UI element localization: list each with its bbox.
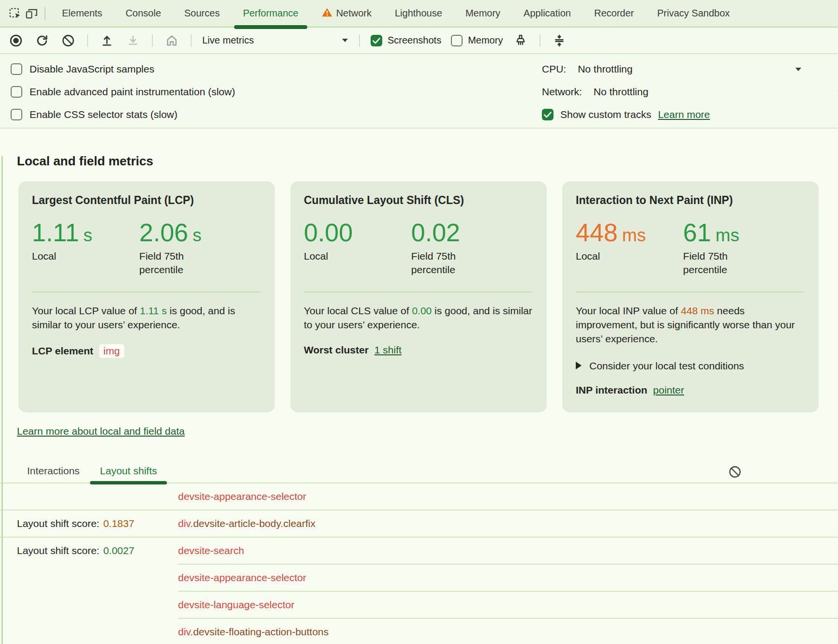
tab-layout-shifts[interactable]: Layout shifts [90, 459, 167, 483]
inp-interaction-link[interactable]: pointer [653, 384, 684, 396]
live-metrics-select[interactable]: Live metrics [202, 35, 348, 46]
clear-icon[interactable] [60, 32, 76, 49]
tab-lighthouse[interactable]: Lighthouse [383, 0, 454, 27]
metric-card-lcp: Largest Contentful Paint (LCP) 1.11s Loc… [18, 181, 275, 412]
checkbox-checked-icon [371, 35, 382, 46]
divider [576, 292, 804, 293]
node-link[interactable]: devsite-language-selector [178, 599, 294, 611]
local-label: Local [304, 249, 376, 263]
screenshots-label: Screenshots [388, 35, 441, 46]
memory-checkbox[interactable]: Memory [451, 35, 503, 46]
screenshots-checkbox[interactable]: Screenshots [371, 35, 441, 46]
brush-icon[interactable] [512, 32, 529, 49]
reload-icon[interactable] [34, 32, 50, 49]
tab-elements[interactable]: Elements [50, 0, 114, 27]
shift-row: div.devsite-floating-action-buttons [0, 619, 838, 644]
shift-score-value: 0.1837 [103, 518, 134, 529]
checkbox-unchecked-icon [11, 63, 22, 75]
local-test-conditions-disclosure[interactable]: Consider your local test conditions [576, 360, 804, 372]
main-tab-bar: Elements Console Sources Performance Net… [0, 0, 838, 28]
log-tabstrip: Interactions Layout shifts [0, 459, 838, 483]
panel-edge-line [1, 156, 3, 644]
upload-icon[interactable] [99, 32, 115, 49]
shift-score-label: Layout shift score: [17, 518, 99, 529]
chevron-down-icon [342, 38, 348, 43]
chevron-down-icon [795, 67, 802, 72]
show-custom-tracks-label: Show custom tracks [560, 109, 651, 120]
memory-label: Memory [468, 35, 503, 46]
checkbox-unchecked-icon [11, 109, 22, 120]
cpu-value: No throttling [578, 63, 632, 75]
tab-sources[interactable]: Sources [173, 0, 231, 27]
tab-recorder[interactable]: Recorder [583, 0, 645, 27]
live-metrics-label: Live metrics [202, 35, 254, 46]
divider [152, 34, 153, 47]
show-custom-tracks-row: Show custom tracks Learn more [542, 104, 838, 125]
node-link[interactable]: devsite-appearance-selector [178, 491, 306, 502]
live-metrics-view: Local and field metrics Largest Contentf… [0, 129, 838, 644]
lcp-field-value: 2.06s [139, 220, 247, 246]
learn-more-link[interactable]: Learn more [658, 109, 710, 120]
lcp-local-value: 1.11s [32, 220, 139, 246]
worst-cluster-label: Worst cluster [304, 344, 369, 356]
divider [191, 34, 192, 47]
checkbox-unchecked-icon [11, 86, 22, 98]
network-throttling-select[interactable]: Network: No throttling [542, 82, 838, 102]
metric-card-cls: Cumulative Layout Shift (CLS) 0.00 Local… [290, 181, 547, 412]
divider [45, 7, 45, 20]
section-title: Local and field metrics [17, 154, 838, 169]
divider [304, 292, 532, 293]
capture-settings: Disable JavaScript samples Enable advanc… [0, 54, 838, 129]
card-title: Largest Contentful Paint (LCP) [32, 194, 260, 207]
node-link[interactable]: devsite-search [178, 545, 244, 556]
collapse-icon[interactable] [551, 32, 568, 49]
cpu-label: CPU: [542, 63, 566, 75]
record-icon[interactable] [8, 32, 24, 49]
cpu-throttling-select[interactable]: CPU: No throttling [542, 59, 838, 79]
inp-local-value: 448ms [576, 220, 683, 246]
shift-row: Layout shift score: 0.1837 div.devsite-a… [0, 511, 838, 537]
node-link[interactable]: div.devsite-floating-action-buttons [178, 626, 329, 638]
network-label: Network: [542, 86, 582, 98]
inspect-icon[interactable] [7, 5, 23, 22]
shift-row: devsite-appearance-selector [0, 483, 838, 510]
layout-shift-log: Interactions Layout shifts devsite-appea… [0, 459, 838, 644]
field-label: Field 75th percentile [139, 249, 212, 277]
performance-toolbar: Live metrics Screenshots Memory [0, 28, 838, 54]
divider [87, 34, 88, 47]
tab-performance[interactable]: Performance [231, 0, 310, 27]
field-label: Field 75th percentile [683, 249, 756, 277]
tab-interactions[interactable]: Interactions [17, 459, 90, 483]
download-icon[interactable] [125, 32, 141, 49]
card-title: Interaction to Next Paint (INP) [576, 194, 804, 207]
local-label: Local [576, 249, 648, 263]
tab-console[interactable]: Console [114, 0, 172, 27]
tab-network[interactable]: Network [310, 0, 383, 27]
node-link[interactable]: div.devsite-article-body.clearfix [178, 518, 315, 529]
card-title: Cumulative Layout Shift (CLS) [304, 194, 532, 207]
shift-score-label: Layout shift score: [17, 545, 99, 556]
inp-description: Your local INP value of 448 ms needs imp… [576, 304, 804, 346]
panel-tabs: Elements Console Sources Performance Net… [50, 0, 741, 27]
field-label: Field 75th percentile [411, 249, 484, 277]
shift-row: devsite-language-selector [0, 592, 838, 618]
inp-interaction-label: INP interaction [576, 384, 647, 396]
cls-description: Your local CLS value of 0.00 is good, an… [304, 304, 532, 332]
tab-privacy-sandbox[interactable]: Privacy Sandbox [645, 0, 741, 27]
checkbox-checked-icon[interactable] [542, 109, 554, 120]
warning-icon [322, 8, 332, 19]
block-icon[interactable] [727, 464, 743, 480]
home-icon[interactable] [164, 32, 180, 49]
tab-memory[interactable]: Memory [454, 0, 512, 27]
tab-application[interactable]: Application [512, 0, 583, 27]
field-data-learn-more-link[interactable]: Learn more about local and field data [17, 425, 185, 437]
metric-cards: Largest Contentful Paint (LCP) 1.11s Loc… [18, 181, 819, 412]
node-link[interactable]: devsite-appearance-selector [178, 572, 306, 584]
worst-cluster-link[interactable]: 1 shift [374, 344, 402, 356]
lcp-element-label: LCP element [32, 345, 93, 357]
lcp-element-node-link[interactable]: img [99, 344, 124, 358]
device-toolbar-icon[interactable] [23, 5, 40, 22]
shift-row: devsite-appearance-selector [0, 565, 838, 591]
cls-field-value: 0.02 [411, 220, 519, 246]
throttling-settings: CPU: No throttling Network: No throttlin… [542, 59, 838, 125]
